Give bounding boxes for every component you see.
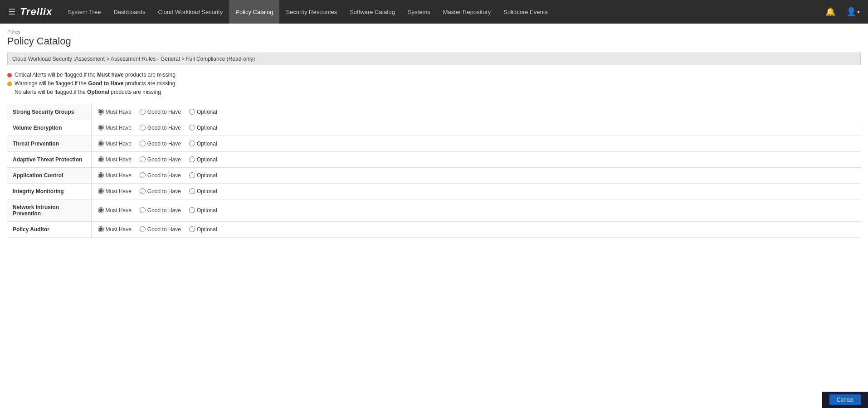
radio-input-network-intrusion-prevention-optional[interactable] [189,207,195,213]
radio-input-adaptive-threat-protection-optional[interactable] [189,156,195,162]
radio-input-integrity-monitoring-optional[interactable] [189,188,195,194]
radio-input-volume-encryption-good_to_have[interactable] [140,125,146,131]
nav-item-solidcore-events[interactable]: Solidcore Events [497,0,554,24]
radio-label-must_have: Must Have [106,207,132,214]
rule-options-adaptive-threat-protection: Must HaveGood to HaveOptional [91,151,861,167]
radio-input-strong-security-groups-optional[interactable] [189,109,195,115]
radio-input-integrity-monitoring-must_have[interactable] [98,188,104,194]
page-container: Policy Policy Catalog Cloud Workload Sec… [0,24,868,408]
radio-input-volume-encryption-optional[interactable] [189,125,195,131]
radio-input-threat-prevention-good_to_have[interactable] [140,141,146,146]
none-dot-icon [7,90,12,95]
radio-option-policy-auditor-good_to_have[interactable]: Good to Have [140,226,181,233]
rule-options-strong-security-groups: Must HaveGood to HaveOptional [91,104,861,120]
rule-options-cell-application-control: Must HaveGood to HaveOptional [92,168,861,183]
nav-item-security-resources[interactable]: Security Resources [279,0,343,24]
radio-label-optional: Optional [197,226,217,233]
radio-option-volume-encryption-must_have[interactable]: Must Have [98,125,132,131]
radio-option-threat-prevention-optional[interactable]: Optional [189,141,217,147]
radio-option-application-control-optional[interactable]: Optional [189,172,217,179]
rule-options-application-control: Must HaveGood to HaveOptional [91,167,861,183]
notification-bell-button[interactable]: 🔔 [822,5,839,19]
radio-input-network-intrusion-prevention-good_to_have[interactable] [140,207,146,213]
yellow-dot-icon [7,82,12,86]
radio-option-threat-prevention-good_to_have[interactable]: Good to Have [140,141,181,147]
radio-option-network-intrusion-prevention-good_to_have[interactable]: Good to Have [140,207,181,214]
nav-item-master-repository[interactable]: Master Repository [437,0,497,24]
radio-option-strong-security-groups-optional[interactable]: Optional [189,109,217,115]
radio-option-strong-security-groups-must_have[interactable]: Must Have [98,109,132,115]
radio-input-volume-encryption-must_have[interactable] [98,125,104,131]
radio-label-good_to_have: Good to Have [147,141,181,147]
table-row: Policy AuditorMust HaveGood to HaveOptio… [7,221,861,237]
radio-label-good_to_have: Good to Have [147,109,181,115]
radio-input-adaptive-threat-protection-must_have[interactable] [98,156,104,162]
radio-label-must_have: Must Have [106,188,132,194]
rule-name-strong-security-groups: Strong Security Groups [7,104,91,120]
cancel-button[interactable]: Cancel [829,394,861,405]
radio-label-must_have: Must Have [106,141,132,147]
radio-option-volume-encryption-good_to_have[interactable]: Good to Have [140,125,181,131]
radio-input-integrity-monitoring-good_to_have[interactable] [140,188,146,194]
user-account-button[interactable]: 👤 ▼ [843,5,864,19]
radio-label-optional: Optional [197,141,217,147]
radio-label-must_have: Must Have [106,172,132,179]
radio-option-adaptive-threat-protection-optional[interactable]: Optional [189,156,217,163]
nav-item-cloud-workload-security[interactable]: Cloud Workload Security [152,0,229,24]
radio-label-optional: Optional [197,172,217,179]
info-row-none: No alerts will be flagged,if the Optiona… [7,88,861,97]
nav-item-systems[interactable]: Systems [401,0,437,24]
info-row-warning: Warnings will be flagged,if the Good to … [7,79,861,88]
radio-input-policy-auditor-good_to_have[interactable] [140,226,146,232]
rule-name-network-intrusion-prevention: Network Intrusion Prevention [7,199,91,221]
radio-input-strong-security-groups-must_have[interactable] [98,109,104,115]
nav-right: 🔔 👤 ▼ [822,5,864,19]
radio-input-adaptive-threat-protection-good_to_have[interactable] [140,156,146,162]
radio-option-policy-auditor-optional[interactable]: Optional [189,226,217,233]
logo-area: Trellix [20,6,52,18]
radio-input-application-control-must_have[interactable] [98,172,104,178]
radio-input-policy-auditor-must_have[interactable] [98,226,104,232]
radio-option-application-control-good_to_have[interactable]: Good to Have [140,172,181,179]
rule-options-cell-integrity-monitoring: Must HaveGood to HaveOptional [92,184,861,199]
radio-option-adaptive-threat-protection-must_have[interactable]: Must Have [98,156,132,163]
nav-item-policy-catalog[interactable]: Policy Catalog [229,0,279,24]
radio-input-application-control-optional[interactable] [189,172,195,178]
radio-label-good_to_have: Good to Have [147,188,181,194]
nav-item-system-tree[interactable]: System Tree [61,0,107,24]
radio-label-must_have: Must Have [106,125,132,131]
radio-option-volume-encryption-optional[interactable]: Optional [189,125,217,131]
radio-option-application-control-must_have[interactable]: Must Have [98,172,132,179]
breadcrumb-bar: Cloud Workload Security :Assessment > As… [7,53,861,65]
radio-label-optional: Optional [197,188,217,194]
radio-option-adaptive-threat-protection-good_to_have[interactable]: Good to Have [140,156,181,163]
table-row: Adaptive Threat ProtectionMust HaveGood … [7,151,861,167]
info-messages: Critical Alerts will be flagged,if the M… [7,71,861,97]
radio-input-strong-security-groups-good_to_have[interactable] [140,109,146,115]
radio-input-policy-auditor-optional[interactable] [189,226,195,232]
rule-options-cell-strong-security-groups: Must HaveGood to HaveOptional [92,104,861,120]
radio-option-strong-security-groups-good_to_have[interactable]: Good to Have [140,109,181,115]
radio-option-threat-prevention-must_have[interactable]: Must Have [98,141,132,147]
radio-option-integrity-monitoring-must_have[interactable]: Must Have [98,188,132,194]
nav-item-software-catalog[interactable]: Software Catalog [343,0,401,24]
rule-options-integrity-monitoring: Must HaveGood to HaveOptional [91,183,861,199]
radio-input-application-control-good_to_have[interactable] [140,172,146,178]
radio-label-optional: Optional [197,109,217,115]
page-title: Policy Catalog [7,35,861,47]
radio-option-integrity-monitoring-optional[interactable]: Optional [189,188,217,194]
radio-option-integrity-monitoring-good_to_have[interactable]: Good to Have [140,188,181,194]
radio-label-must_have: Must Have [106,156,132,163]
radio-input-threat-prevention-optional[interactable] [189,141,195,146]
user-dropdown-icon: ▼ [856,10,861,15]
radio-input-network-intrusion-prevention-must_have[interactable] [98,207,104,213]
radio-label-good_to_have: Good to Have [147,172,181,179]
info-text-warning: Warnings will be flagged,if the Good to … [15,79,175,88]
radio-option-network-intrusion-prevention-optional[interactable]: Optional [189,207,217,214]
radio-option-network-intrusion-prevention-must_have[interactable]: Must Have [98,207,132,214]
nav-item-dashboards[interactable]: Dashboards [107,0,151,24]
radio-option-policy-auditor-must_have[interactable]: Must Have [98,226,132,233]
radio-input-threat-prevention-must_have[interactable] [98,141,104,146]
hamburger-menu-button[interactable]: ☰ [4,7,20,17]
rule-options-network-intrusion-prevention: Must HaveGood to HaveOptional [91,199,861,221]
